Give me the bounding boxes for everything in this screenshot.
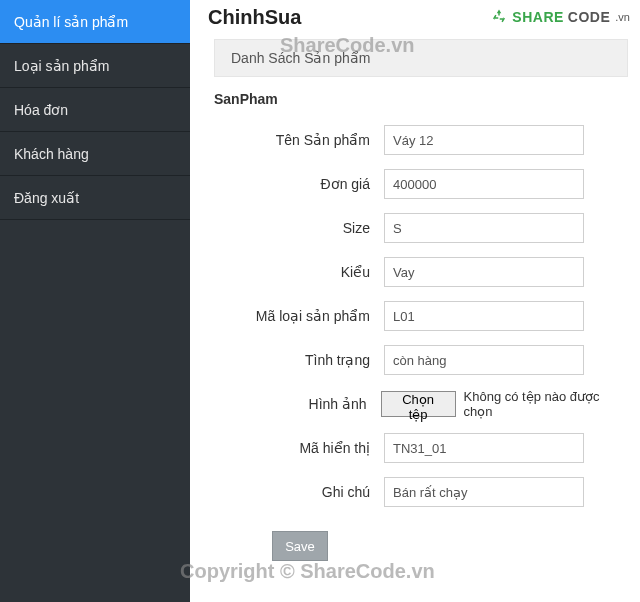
label-ma-hien-thi: Mã hiển thị xyxy=(214,440,384,456)
row-hinh-anh: Hình ảnh Chọn tệp Không có tệp nào được … xyxy=(214,389,628,419)
row-tinh-trang: Tình trạng xyxy=(214,345,628,375)
breadcrumb[interactable]: Danh Sách Sản phẩm xyxy=(214,39,628,77)
label-tinh-trang: Tình trạng xyxy=(214,352,384,368)
row-ma-hien-thi: Mã hiển thị xyxy=(214,433,628,463)
row-ghi-chu: Ghi chú xyxy=(214,477,628,507)
sidebar-item-invoices[interactable]: Hóa đơn xyxy=(0,88,190,132)
sidebar-item-label: Hóa đơn xyxy=(14,102,68,118)
file-status-text: Không có tệp nào được chọn xyxy=(464,389,628,419)
sidebar-item-label: Loại sản phẩm xyxy=(14,58,109,74)
sidebar: Quản lí sản phẩm Loại sản phẩm Hóa đơn K… xyxy=(0,0,190,602)
row-size: Size xyxy=(214,213,628,243)
input-ma-hien-thi[interactable] xyxy=(384,433,584,463)
row-ten-san-pham: Tên Sản phẩm xyxy=(214,125,628,155)
save-button[interactable]: Save xyxy=(272,531,328,561)
label-ghi-chu: Ghi chú xyxy=(214,484,384,500)
label-hinh-anh: Hình ảnh xyxy=(214,396,381,412)
input-ghi-chu[interactable] xyxy=(384,477,584,507)
sidebar-item-product-types[interactable]: Loại sản phẩm xyxy=(0,44,190,88)
section-header: SanPham xyxy=(214,91,628,107)
label-size: Size xyxy=(214,220,384,236)
file-picker: Chọn tệp Không có tệp nào được chọn xyxy=(381,389,628,419)
sidebar-item-products[interactable]: Quản lí sản phẩm xyxy=(0,0,190,44)
row-kieu: Kiểu xyxy=(214,257,628,287)
sidebar-item-label: Quản lí sản phẩm xyxy=(14,14,128,30)
sidebar-item-logout[interactable]: Đăng xuất xyxy=(0,176,190,220)
input-ma-loai[interactable] xyxy=(384,301,584,331)
row-don-gia: Đơn giá xyxy=(214,169,628,199)
input-size[interactable] xyxy=(384,213,584,243)
input-kieu[interactable] xyxy=(384,257,584,287)
main-panel: ChinhSua Danh Sách Sản phẩm SanPham Tên … xyxy=(190,0,640,602)
edit-form: Tên Sản phẩm Đơn giá Size Kiểu Mã loại s… xyxy=(214,125,628,561)
label-kieu: Kiểu xyxy=(214,264,384,280)
choose-file-button[interactable]: Chọn tệp xyxy=(381,391,456,417)
input-tinh-trang[interactable] xyxy=(384,345,584,375)
label-ten-san-pham: Tên Sản phẩm xyxy=(214,132,384,148)
label-ma-loai: Mã loại sản phẩm xyxy=(214,308,384,324)
sidebar-item-customers[interactable]: Khách hàng xyxy=(0,132,190,176)
page-title: ChinhSua xyxy=(190,0,640,39)
row-ma-loai: Mã loại sản phẩm xyxy=(214,301,628,331)
label-don-gia: Đơn giá xyxy=(214,176,384,192)
sidebar-item-label: Khách hàng xyxy=(14,146,89,162)
input-ten-san-pham[interactable] xyxy=(384,125,584,155)
sidebar-item-label: Đăng xuất xyxy=(14,190,79,206)
input-don-gia[interactable] xyxy=(384,169,584,199)
